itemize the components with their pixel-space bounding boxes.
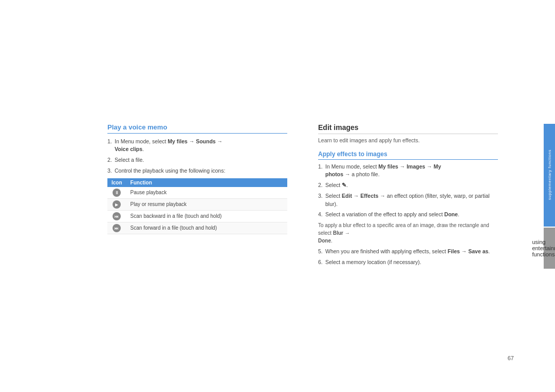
playback-icon-table: Icon Function Pause playback (107, 178, 287, 234)
step1-myfiles: My files (168, 138, 188, 144)
step-3: Control the playback using the following… (107, 167, 287, 175)
sidebar-tab-entertainment: using entertainment functions (544, 228, 555, 269)
right-column: Edit images Learn to edit images and app… (318, 123, 498, 269)
right-step-2: Select ✎. (318, 181, 498, 190)
right-step-1: In Menu mode, select My files → Images →… (318, 163, 498, 179)
table-header-icon: Icon (107, 178, 126, 187)
table-header-function: Function (126, 178, 287, 187)
right-section-title: Edit images (318, 123, 498, 134)
icon-cell-fwd (107, 222, 126, 234)
table-row: Pause playback (107, 187, 287, 199)
r-step3-effects: Effects (360, 193, 378, 199)
sidebar-tab-supplementary: supplementary functions (544, 124, 555, 227)
icon-cell-play (107, 198, 126, 210)
right-steps-cont: When you are finished with applying effe… (318, 248, 498, 267)
r-step1-images: Images (406, 163, 425, 170)
back-icon (113, 212, 121, 220)
right-step-5: When you are finished with applying effe… (318, 248, 498, 256)
r-step4-done: Done (445, 211, 458, 217)
forward-icon (113, 224, 121, 232)
function-pause: Pause playback (126, 187, 287, 199)
step1-sounds: Sounds (196, 138, 216, 144)
r-step3-edit: Edit (342, 193, 352, 199)
sidebar-tab-text-2: using entertainment functions (532, 239, 555, 257)
right-step-4: Select a variation of the effect to appl… (318, 211, 498, 219)
icon-cell-pause (107, 187, 126, 199)
step-2: Select a file. (107, 156, 287, 164)
table-row: Play or resume playback (107, 198, 287, 210)
right-sidebar: supplementary functions using entertainm… (544, 0, 555, 392)
r-step1-myfiles: My files (378, 163, 398, 170)
function-fwd: Scan forward in a file (touch and hold) (126, 222, 287, 234)
right-step-3: Select Edit → Effects → an effect option… (318, 192, 498, 209)
step1-voiceclips: Voice clips (115, 146, 142, 152)
table-row: Scan forward in a file (touch and hold) (107, 222, 287, 234)
page: Play a voice memo In Menu mode, select M… (0, 0, 555, 392)
blur-note: To apply a blur effect to a specific are… (318, 221, 498, 245)
page-number: 67 (508, 355, 514, 361)
r-step2-icon: ✎ (342, 182, 346, 188)
right-steps: In Menu mode, select My files → Images →… (318, 163, 498, 219)
pause-icon (113, 189, 121, 197)
play-icon (113, 200, 121, 209)
two-column-layout: Play a voice memo In Menu mode, select M… (107, 123, 498, 269)
table-row: Scan backward in a file (touch and hold) (107, 210, 287, 222)
r-step5-files: Files (448, 248, 460, 254)
function-play: Play or resume playback (126, 198, 287, 210)
note-done: Done (318, 238, 331, 244)
note-blur: Blur (333, 230, 343, 236)
apply-effects-title: Apply effects to images (318, 151, 498, 160)
step-1: In Menu mode, select My files → Sounds →… (107, 138, 287, 154)
right-subtitle: Learn to edit images and apply fun effec… (318, 137, 498, 143)
r-step5-saveas: Save as (468, 248, 488, 254)
main-content: Play a voice memo In Menu mode, select M… (0, 0, 544, 392)
left-column: Play a voice memo In Menu mode, select M… (107, 123, 287, 269)
icon-cell-back (107, 210, 126, 222)
function-back: Scan backward in a file (touch and hold) (126, 210, 287, 222)
left-section-title: Play a voice memo (107, 123, 287, 134)
sidebar-tab-text-1: supplementary functions (547, 150, 552, 200)
left-steps: In Menu mode, select My files → Sounds →… (107, 138, 287, 175)
right-step-6: Select a memory location (if necessary). (318, 258, 498, 267)
